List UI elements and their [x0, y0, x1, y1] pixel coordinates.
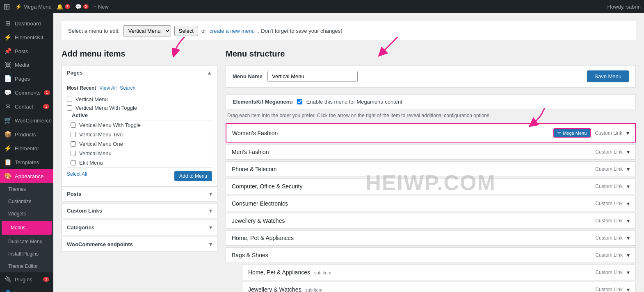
- menu-item-arrow-7[interactable]: ▾: [627, 235, 630, 241]
- plugins-icon: 🔌: [4, 276, 11, 283]
- tab-view-all[interactable]: View All: [99, 85, 116, 91]
- mega-menu-badge[interactable]: ✏ Mega Menu: [553, 128, 591, 138]
- sidebar-item-dashboard[interactable]: ⊞ Dashboard: [0, 16, 53, 30]
- plugins-badge: 3: [43, 277, 49, 282]
- sidebar-item-themes[interactable]: Themes: [0, 183, 53, 195]
- active-page-5[interactable]: Ekit Menu: [67, 158, 212, 168]
- sidebar-item-users[interactable]: 👤 Users: [0, 286, 53, 292]
- custom-links-section: Custom Links ▾: [62, 203, 217, 218]
- sidebar-item-plugins[interactable]: 🔌 Plugins 3: [0, 272, 53, 286]
- active-page-2[interactable]: Vertical Menu Two: [67, 130, 212, 139]
- menu-item-link-9: Custom Link: [595, 269, 623, 275]
- sidebar-item-elementor[interactable]: ⚡ Elementor: [0, 141, 53, 155]
- site-name[interactable]: ⚡ Mega Menu: [15, 4, 52, 10]
- comment-icon: 💬: [75, 4, 82, 10]
- custom-links-header[interactable]: Custom Links ▾: [62, 204, 217, 218]
- menu-item-arrow-1[interactable]: ▾: [626, 130, 629, 136]
- sidebar-item-elementskit[interactable]: ⚡ ElementsKit: [0, 30, 53, 44]
- menu-item-name-9: Home, Pet & Appliances sub item: [248, 269, 595, 276]
- menu-item-arrow-3[interactable]: ▾: [627, 166, 630, 172]
- menu-row-computer-office: Computer, Office & Security Custom Link …: [226, 179, 636, 194]
- page-item-1[interactable]: Vertical Menu: [67, 95, 212, 104]
- active-page-label-5: Ekit Menu: [79, 160, 103, 166]
- tab-search[interactable]: Search: [120, 85, 135, 91]
- custom-links-title: Custom Links: [67, 208, 102, 214]
- page-checkbox-2[interactable]: [67, 105, 72, 111]
- active-page-1[interactable]: Vertical Menu With Toggle: [67, 120, 212, 130]
- active-page-3[interactable]: Vertical Menu One: [67, 139, 212, 149]
- menu-item-link-5: Custom Link: [595, 201, 623, 206]
- menu-item-arrow-5[interactable]: ▾: [627, 200, 630, 207]
- sidebar-item-appearance[interactable]: 🎨 Appearance: [0, 169, 53, 183]
- notifications[interactable]: 🔔 7: [57, 4, 70, 10]
- active-page-checkbox-5[interactable]: [71, 160, 76, 165]
- active-page-label-4: Vertical Menu: [79, 150, 112, 156]
- sidebar-item-install-plugins[interactable]: Install Plugins: [0, 248, 53, 260]
- appearance-icon: 🎨: [4, 172, 11, 180]
- sidebar-item-widgets[interactable]: Widgets: [0, 208, 53, 220]
- active-pages-list[interactable]: Vertical Menu With Toggle Vertical Menu …: [67, 120, 212, 168]
- save-menu-button[interactable]: Save Menu: [587, 70, 629, 82]
- sidebar-item-pages[interactable]: 📄 Pages: [0, 72, 53, 86]
- page-item-2[interactable]: Vertical Menu With Toggle: [67, 104, 212, 112]
- menu-item-name-3: Phone & Telecom: [232, 166, 595, 172]
- categories-title: Categories: [67, 224, 94, 231]
- menu-item-link-4: Custom Link: [595, 183, 623, 189]
- menu-item-arrow-6[interactable]: ▾: [627, 217, 630, 224]
- megamenu-checkbox[interactable]: [297, 99, 302, 104]
- new-content[interactable]: + New: [94, 4, 109, 10]
- templates-icon: 📋: [4, 158, 11, 166]
- tab-most-recent[interactable]: Most Recent: [67, 85, 96, 91]
- sidebar-item-theme-editor[interactable]: Theme Editor: [0, 260, 53, 272]
- notifications-count: 7: [65, 4, 70, 9]
- active-page-4[interactable]: Vertical Menu: [67, 149, 212, 158]
- sidebar-item-menus[interactable]: Menus: [2, 221, 52, 235]
- sidebar-item-duplicate-menu[interactable]: Duplicate Menu: [0, 235, 53, 248]
- select-button[interactable]: Select: [174, 26, 198, 36]
- menu-item-name-8: Bags & Shoes: [232, 252, 595, 258]
- active-page-checkbox-3[interactable]: [71, 141, 76, 147]
- sidebar-item-templates[interactable]: 📋 Templates: [0, 155, 53, 169]
- active-page-checkbox-1[interactable]: [71, 122, 76, 128]
- menu-row-mens-fashion: Men's Fashion Custom Link ▾: [226, 144, 636, 160]
- menu-item-arrow-2[interactable]: ▾: [627, 149, 630, 155]
- menu-item-arrow-4[interactable]: ▾: [627, 183, 630, 190]
- woocommerce-header[interactable]: WooCommerce endpoints ▾: [62, 237, 217, 251]
- menu-item-arrow-10[interactable]: ▾: [627, 286, 630, 292]
- menu-name-label: Menu Name: [233, 73, 263, 79]
- page-checkbox-1[interactable]: [67, 97, 72, 102]
- menu-item-name-5: Consumer Electronics: [232, 200, 595, 207]
- add-to-menu-button[interactable]: Add to Menu: [174, 171, 212, 181]
- menu-row-home-pet-sub: Home, Pet & Appliances sub item Custom L…: [242, 265, 636, 280]
- select-menu-bar: Select a menu to edit: Vertical Menu Sel…: [62, 21, 636, 41]
- create-new-menu-link[interactable]: create a new menu: [209, 28, 255, 34]
- menu-item-arrow-9[interactable]: ▾: [627, 269, 630, 276]
- categories-header[interactable]: Categories ▾: [62, 220, 217, 235]
- menu-name-input[interactable]: [267, 71, 358, 82]
- select-all-link[interactable]: Select All: [67, 171, 87, 181]
- sidebar-item-products[interactable]: 📦 Products: [0, 127, 53, 141]
- comments-adminbar[interactable]: 💬 0: [75, 4, 89, 10]
- menu-row-home-pet: Home, Pet & Appliances Custom Link ▾: [226, 230, 636, 246]
- pages-section-header[interactable]: Pages ▲: [62, 66, 217, 80]
- active-page-checkbox-4[interactable]: [71, 151, 76, 156]
- menu-item-arrow-8[interactable]: ▾: [627, 252, 630, 258]
- sidebar-item-contact[interactable]: ✉ Contact 1: [0, 100, 53, 113]
- menu-select-dropdown[interactable]: Vertical Menu: [123, 25, 171, 36]
- sidebar-item-posts[interactable]: 📌 Posts: [0, 44, 53, 58]
- menu-item-link-3: Custom Link: [595, 166, 623, 172]
- sidebar-item-woocommerce[interactable]: 🛒 WooCommerce: [0, 113, 53, 127]
- sidebar-item-customize[interactable]: Customize: [0, 195, 53, 208]
- wp-logo[interactable]: ⊞: [3, 2, 10, 11]
- active-page-checkbox-2[interactable]: [71, 132, 76, 137]
- woocommerce-chevron: ▾: [209, 241, 212, 247]
- select-menu-label: Select a menu to edit:: [68, 28, 120, 34]
- or-text: or: [201, 28, 206, 34]
- sub-label-9: sub item: [314, 270, 331, 275]
- posts-section-header[interactable]: Posts ▾: [62, 187, 217, 201]
- posts-section-title: Posts: [67, 191, 81, 197]
- active-page-label-1: Vertical Menu With Toggle: [79, 122, 141, 128]
- menu-name-row: Menu Name Save Menu: [226, 65, 636, 88]
- sidebar-item-comments[interactable]: 💬 Comments 1: [0, 86, 53, 100]
- sidebar-item-media[interactable]: 🖼 Media: [0, 58, 53, 72]
